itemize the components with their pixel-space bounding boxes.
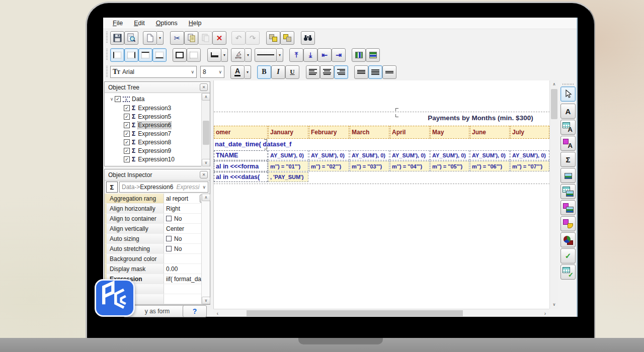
menu-options[interactable]: Options — [150, 19, 183, 28]
scrollbar-thumb[interactable] — [247, 310, 463, 316]
toolbar-grip[interactable] — [106, 66, 108, 78]
frame-none-button[interactable] — [187, 48, 201, 62]
header-cell-march[interactable]: March — [350, 126, 389, 139]
chart-tool[interactable] — [560, 232, 576, 247]
tree-node-expression8[interactable]: ✓ΣExpression8 — [105, 138, 199, 146]
formula-expression[interactable]: nat_date_time( dataset_f — [215, 140, 291, 148]
property-row[interactable]: Auto stretching No — [105, 244, 210, 254]
checkbox-icon[interactable]: ✓ — [124, 148, 130, 154]
checkbox-icon[interactable]: ✓ — [124, 122, 130, 128]
pay-sum-cell[interactable]: , 'PAY_SUM') — [268, 172, 308, 182]
check-tool[interactable]: ✓ — [560, 248, 576, 263]
align-center-button[interactable] — [320, 65, 334, 79]
sum-cell[interactable]: AY_SUM'), 0) — [510, 150, 549, 160]
tree-node-expression3[interactable]: ✓ΣExpression3 — [105, 104, 199, 112]
sum-cell[interactable]: AY_SUM'), 0) — [430, 150, 469, 160]
align-left-button[interactable] — [306, 65, 320, 79]
month-match-cell[interactable]: m'') = ''07''') — [510, 161, 549, 171]
scroll-down-icon[interactable]: ∨ — [550, 301, 558, 308]
help-button[interactable]: ? — [183, 305, 207, 317]
paste-button[interactable] — [198, 31, 212, 45]
selection-handle[interactable] — [350, 150, 351, 151]
sum-cell-selected[interactable]: AY_SUM'), 0) — [350, 150, 389, 160]
checkbox-icon[interactable] — [166, 216, 172, 221]
tree-node-data[interactable]: ∨ ✓ ± Data — [105, 95, 199, 103]
scroll-down-icon[interactable]: ∨ — [202, 297, 210, 304]
scrollbar-thumb[interactable] — [551, 89, 557, 119]
scroll-up-icon[interactable]: ∧ — [202, 194, 210, 201]
design-horizontal-scrollbar[interactable]: ‹ › — [213, 309, 549, 317]
selection-handle[interactable] — [350, 159, 351, 160]
space-right-button[interactable]: ⇥ — [332, 48, 346, 62]
total-dataset-cell[interactable]: al in <<<datas( — [214, 172, 268, 182]
undo-button[interactable]: ↶ — [231, 31, 246, 45]
property-row[interactable]: Background color — [105, 254, 210, 264]
font-family-select[interactable]: TT Arial ∨ — [110, 66, 197, 78]
aggregate-tool[interactable]: Σ — [560, 152, 576, 167]
save-button[interactable] — [110, 31, 124, 45]
month-match-cell[interactable]: m'') = ''01''') — [268, 161, 308, 171]
property-row[interactable]: Align horizontally Right — [105, 204, 210, 214]
report-design-canvas[interactable]: Payments by Months (min. $300) omer Janu… — [213, 80, 549, 309]
scrollbar-thumb[interactable] — [203, 121, 209, 145]
selection-handle[interactable] — [388, 150, 389, 151]
tree-node-expression9[interactable]: ✓ΣExpression9 — [105, 147, 199, 155]
find-button[interactable] — [301, 31, 315, 45]
menu-edit[interactable]: Edit — [128, 19, 150, 28]
shape-text-tool[interactable]: A — [560, 136, 576, 151]
preview-button[interactable] — [124, 31, 138, 45]
border-top-button[interactable] — [138, 48, 152, 62]
tree-node-expression10[interactable]: ✓ΣExpression10 — [105, 155, 199, 163]
italic-button[interactable]: I — [271, 65, 285, 79]
delete-button[interactable]: ✕ — [212, 31, 226, 45]
shape-badge-tool[interactable] — [560, 216, 576, 231]
border-bottom-button[interactable] — [152, 48, 167, 62]
selection-handle[interactable] — [368, 159, 371, 160]
bold-button[interactable]: B — [257, 65, 271, 79]
table-image-tool[interactable] — [560, 184, 576, 199]
sum-cell[interactable]: AY_SUM'), 0) — [268, 150, 308, 160]
month-match-cell[interactable]: m'') = ''02''') — [309, 161, 349, 171]
space-bottom-button[interactable]: ⤓ — [303, 48, 317, 62]
valign-bottom-button[interactable] — [382, 65, 396, 79]
selection-handle[interactable] — [388, 159, 389, 160]
header-cell-customer[interactable]: omer — [214, 126, 268, 139]
align-right-button[interactable] — [334, 65, 348, 79]
inspector-scrollbar[interactable]: ∧ ∨ — [201, 194, 210, 304]
tree-scrollbar[interactable]: ∧ ∨ — [201, 93, 210, 166]
header-cell-may[interactable]: May — [430, 126, 469, 139]
table-check-tool[interactable]: ✓ — [560, 265, 576, 280]
checkbox-icon[interactable]: ✓ — [124, 139, 130, 145]
header-cell-june[interactable]: June — [470, 126, 510, 139]
frame-all-button[interactable] — [173, 48, 187, 62]
menu-file[interactable]: File — [107, 19, 128, 28]
checkbox-icon[interactable] — [166, 236, 172, 241]
close-icon[interactable]: ✕ — [200, 171, 208, 179]
font-size-select[interactable]: 8 ∨ — [200, 66, 224, 78]
text-tool[interactable]: A — [560, 104, 576, 119]
checkbox-icon[interactable]: ✓ — [124, 105, 130, 111]
font-color-button[interactable]: A — [230, 65, 245, 79]
header-cell-april[interactable]: April — [390, 126, 430, 139]
same-height-button[interactable] — [366, 48, 380, 62]
property-row[interactable]: Align vertically Center — [105, 224, 210, 234]
line-width-dropdown[interactable]: ▾ — [277, 48, 283, 62]
tree-node-expression6[interactable]: ✓ΣExpression6 — [105, 121, 199, 129]
menu-help[interactable]: Help — [183, 19, 207, 28]
scroll-right-icon[interactable]: › — [541, 309, 549, 317]
border-left-button[interactable] — [110, 48, 124, 62]
design-vertical-scrollbar[interactable]: ∧ ∨ — [549, 80, 558, 309]
property-row[interactable]: Display mask 0.00 — [105, 264, 210, 274]
checkbox-icon[interactable]: ✓ — [124, 156, 130, 162]
underline-button[interactable]: U — [285, 65, 299, 79]
fill-color-dropdown[interactable]: ▾ — [245, 48, 252, 62]
header-cell-july[interactable]: July — [510, 126, 549, 139]
font-color-dropdown[interactable]: ▾ — [245, 65, 251, 79]
sum-cell[interactable]: AY_SUM'), 0) — [390, 150, 430, 160]
toolbar-grip[interactable] — [106, 49, 108, 61]
border-right-button[interactable] — [124, 48, 138, 62]
tree-node-expression7[interactable]: ✓ΣExpression7 — [105, 130, 199, 138]
scroll-down-icon[interactable]: ∨ — [202, 159, 210, 166]
custname-cell[interactable]: TNAME — [214, 150, 268, 160]
object-selector[interactable]: Data-> Expression6 Expressi ∨ — [119, 182, 208, 193]
